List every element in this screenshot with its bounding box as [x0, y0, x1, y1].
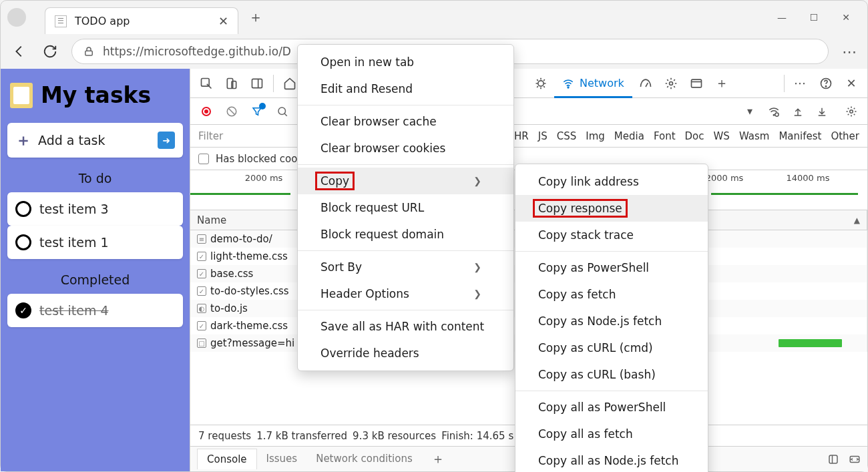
filter-type[interactable]: Other	[831, 130, 859, 142]
menu-item[interactable]: Edit and Resend	[298, 75, 513, 102]
file-icon: ◐	[197, 304, 206, 313]
filter-type[interactable]: Manifest	[779, 130, 821, 142]
device-icon[interactable]	[220, 71, 244, 95]
dock-icon[interactable]	[245, 71, 269, 95]
drawer-tab[interactable]: Network conditions	[306, 449, 422, 469]
filter-type[interactable]: JS	[538, 130, 548, 142]
completed-list: ✓test item 4	[7, 294, 183, 327]
import-icon[interactable]	[787, 101, 809, 122]
blocked-cookies-checkbox[interactable]	[198, 154, 209, 164]
menu-item[interactable]: Copy as Node.js fetch	[515, 308, 708, 334]
tab-network[interactable]: Network	[554, 70, 632, 97]
tab-title: TODO app	[75, 15, 130, 27]
menu-item[interactable]: Override headers	[298, 340, 513, 367]
menu-item[interactable]: Copy as fetch	[515, 281, 708, 308]
menu-item[interactable]: Copy all as fetch	[515, 421, 708, 447]
filter-toggle-button[interactable]	[246, 101, 268, 122]
menu-item-label: Copy as cURL (cmd)	[534, 340, 657, 356]
status-finish: Finish: 14.65 s	[441, 430, 513, 442]
menu-item-label: Block request URL	[316, 200, 428, 216]
context-menu-copy-submenu[interactable]: Copy link addressCopy responseCopy stack…	[515, 164, 708, 472]
drawer-expand-icon[interactable]	[849, 453, 861, 465]
close-tab-icon[interactable]: ✕	[218, 14, 228, 28]
menu-item[interactable]: Block request domain	[298, 221, 513, 248]
menu-item-label: Edit and Resend	[316, 81, 417, 97]
filter-type[interactable]: Img	[586, 130, 605, 142]
menu-item[interactable]: Header Options❯	[298, 280, 513, 307]
filter-type[interactable]: Media	[614, 130, 644, 142]
menu-item[interactable]: Copy as cURL (bash)	[515, 361, 708, 388]
clear-button[interactable]	[221, 101, 242, 122]
profile-avatar[interactable]	[7, 8, 26, 27]
application-tab-icon[interactable]	[684, 71, 708, 95]
plus-icon: ＋	[15, 130, 31, 151]
timeline-tick: 2000 ms	[245, 173, 283, 183]
menu-item[interactable]: Sort By❯	[298, 254, 513, 280]
add-task-button[interactable]: ＋ Add a task ➜	[7, 123, 183, 158]
filter-type[interactable]: Wasm	[739, 130, 770, 142]
menu-item[interactable]: Clear browser cache	[298, 108, 513, 135]
filter-type[interactable]: CSS	[557, 130, 577, 142]
menu-item-label: Copy response	[534, 200, 626, 216]
browser-overflow-menu[interactable]: ⋯	[841, 42, 859, 61]
record-button[interactable]	[196, 101, 217, 122]
filter-input[interactable]: Filter	[198, 130, 223, 142]
settings-gear-icon[interactable]	[659, 71, 683, 95]
drawer-issues-icon[interactable]	[827, 453, 839, 465]
browser-tab[interactable]: ☰ TODO app ✕	[45, 7, 238, 34]
filter-type[interactable]: Font	[654, 130, 676, 142]
menu-item[interactable]: Copy as cURL (cmd)	[515, 334, 708, 361]
svg-point-15	[850, 109, 853, 113]
minimize-icon[interactable]: —	[775, 12, 789, 23]
menu-item[interactable]: Copy link address	[515, 168, 708, 195]
todo-item-done[interactable]: ✓test item 4	[7, 294, 183, 327]
close-window-icon[interactable]: ✕	[839, 12, 853, 23]
file-icon: □	[197, 338, 206, 348]
menu-item[interactable]: Copy all as Node.js fetch	[515, 447, 708, 472]
add-tab-button[interactable]: ＋	[710, 71, 734, 95]
new-tab-button[interactable]: ＋	[242, 4, 269, 31]
menu-item[interactable]: Open in new tab	[298, 49, 513, 75]
add-drawer-tab[interactable]: ＋	[431, 450, 445, 468]
performance-tab-icon[interactable]	[634, 71, 658, 95]
svg-point-7	[669, 81, 672, 85]
context-menu-main[interactable]: Open in new tabEdit and ResendClear brow…	[297, 44, 514, 371]
menu-item[interactable]: Block request URL	[298, 194, 513, 221]
menu-item[interactable]: Copy stack trace	[515, 222, 708, 248]
throttle-dropdown-caret[interactable]: ▾	[739, 101, 761, 122]
network-toolbar: ▾	[190, 98, 867, 125]
maximize-icon[interactable]: ☐	[807, 12, 821, 23]
inspect-icon[interactable]	[194, 71, 218, 95]
bug-icon[interactable]	[529, 71, 553, 95]
submit-arrow-icon[interactable]: ➜	[158, 132, 175, 149]
search-button[interactable]	[272, 101, 293, 122]
menu-item[interactable]: Copy all as PowerShell	[515, 394, 708, 421]
svg-rect-8	[691, 79, 701, 87]
back-button[interactable]	[10, 42, 29, 61]
devtools-close-icon[interactable]: ✕	[839, 71, 863, 95]
menu-item[interactable]: Clear browser cookies	[298, 135, 513, 162]
svg-rect-16	[829, 455, 837, 463]
item-checkbox[interactable]	[15, 201, 31, 217]
item-text: test item 3	[39, 202, 109, 216]
todo-item[interactable]: test item 1	[7, 226, 183, 259]
menu-item[interactable]: Copy response	[515, 195, 708, 222]
help-icon[interactable]	[814, 71, 838, 95]
menu-item[interactable]: Copy❯	[298, 168, 513, 194]
item-checkbox[interactable]	[15, 234, 31, 250]
filter-type[interactable]: Doc	[685, 130, 704, 142]
item-text: test item 4	[39, 303, 109, 318]
drawer-tab[interactable]: Issues	[257, 449, 307, 469]
export-icon[interactable]	[811, 101, 833, 122]
devtools-overflow-icon[interactable]: ⋯	[789, 71, 813, 95]
drawer-tab[interactable]: Console	[197, 449, 257, 469]
menu-item[interactable]: Copy as PowerShell	[515, 254, 708, 281]
network-conditions-icon[interactable]	[763, 101, 785, 122]
menu-item[interactable]: Save all as HAR with content	[298, 313, 513, 340]
refresh-button[interactable]	[41, 42, 59, 61]
item-checkbox-checked[interactable]: ✓	[15, 302, 31, 318]
todo-item[interactable]: test item 3	[7, 192, 183, 226]
network-settings-icon[interactable]	[841, 101, 862, 122]
menu-item-label: Block request domain	[316, 226, 448, 242]
filter-type[interactable]: WS	[714, 130, 730, 142]
